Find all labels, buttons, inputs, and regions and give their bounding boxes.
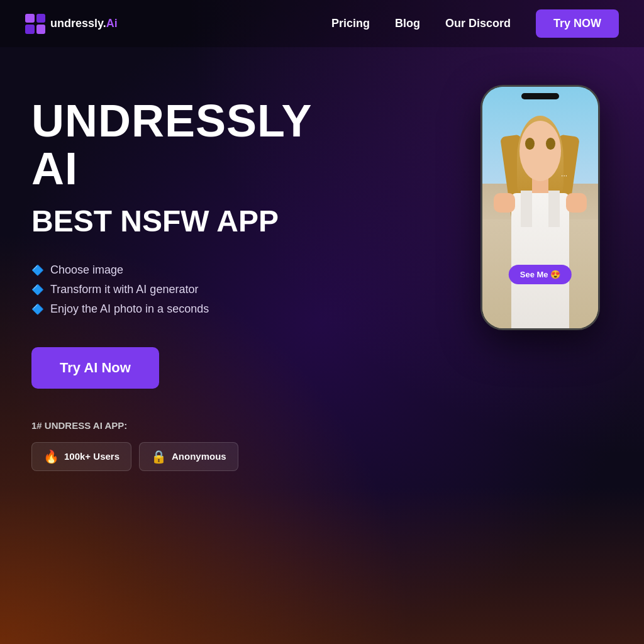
- badges-container: 🔥 100k+ Users 🔒 Anonymous: [31, 442, 346, 471]
- features-list: 🔷 Choose image 🔷 Transform it with AI ge…: [31, 264, 346, 316]
- phone-notch: [521, 93, 559, 99]
- feature-icon-1: 🔷: [31, 264, 44, 276]
- feature-text-1: Choose image: [50, 264, 123, 277]
- feature-text-3: Enjoy the AI photo in a seconds: [50, 303, 209, 316]
- phone-screen: ···: [482, 87, 598, 328]
- sparkle-dots: ···: [561, 171, 567, 180]
- phone-mockup: ··· See Me 😍: [480, 85, 600, 330]
- main-content: UNDRESSLY AI BEST NSFW APP 🔷 Choose imag…: [0, 47, 644, 496]
- lock-icon: 🔒: [151, 449, 167, 464]
- eye-right: [546, 138, 555, 150]
- feature-text-2: Transform it with AI generator: [50, 283, 198, 296]
- navbar: undressly.Ai Pricing Blog Our Discord Tr…: [0, 0, 644, 47]
- see-me-button[interactable]: See Me 😍: [509, 265, 572, 284]
- try-ai-now-button[interactable]: Try AI Now: [31, 347, 159, 389]
- feature-item-2: 🔷 Transform it with AI generator: [31, 283, 346, 296]
- shoulder-left: [494, 193, 514, 213]
- logo[interactable]: undressly.Ai: [25, 14, 118, 34]
- logo-icon-sq3: [25, 25, 35, 34]
- eye-left: [525, 138, 535, 150]
- stats-label: 1# UNDRESS AI APP:: [31, 420, 346, 431]
- hero-subtitle: BEST NSFW APP: [31, 205, 346, 238]
- left-content: UNDRESSLY AI BEST NSFW APP 🔷 Choose imag…: [31, 97, 346, 471]
- feature-icon-2: 🔷: [31, 284, 44, 296]
- phone-container: ··· See Me 😍: [480, 85, 600, 330]
- logo-icon-sq2: [36, 14, 46, 23]
- badge-users: 🔥 100k+ Users: [31, 442, 131, 471]
- nav-link-blog[interactable]: Blog: [395, 17, 420, 30]
- hero-title: UNDRESSLY AI: [31, 97, 346, 192]
- strap-right: [548, 191, 560, 227]
- feature-icon-3: 🔷: [31, 303, 44, 315]
- logo-text: undressly.Ai: [50, 17, 118, 30]
- badge-anonymous-text: Anonymous: [172, 451, 226, 462]
- feature-item-1: 🔷 Choose image: [31, 264, 346, 277]
- bottom-gradient: [0, 487, 644, 644]
- face: [519, 121, 561, 181]
- nav-links: Pricing Blog Our Discord Try NOW: [331, 9, 619, 38]
- feature-item-3: 🔷 Enjoy the AI photo in a seconds: [31, 303, 346, 316]
- strap-left: [521, 191, 532, 227]
- nav-try-now-button[interactable]: Try NOW: [536, 9, 619, 38]
- logo-icon-sq4: [36, 25, 46, 34]
- nav-link-discord[interactable]: Our Discord: [445, 17, 511, 30]
- fire-icon: 🔥: [43, 449, 59, 464]
- badge-anonymous: 🔒 Anonymous: [139, 442, 238, 471]
- nav-link-pricing[interactable]: Pricing: [331, 17, 370, 30]
- shoulder-right: [566, 193, 587, 213]
- logo-icon-sq1: [25, 14, 35, 23]
- badge-users-text: 100k+ Users: [64, 451, 119, 462]
- logo-icon: [25, 14, 45, 34]
